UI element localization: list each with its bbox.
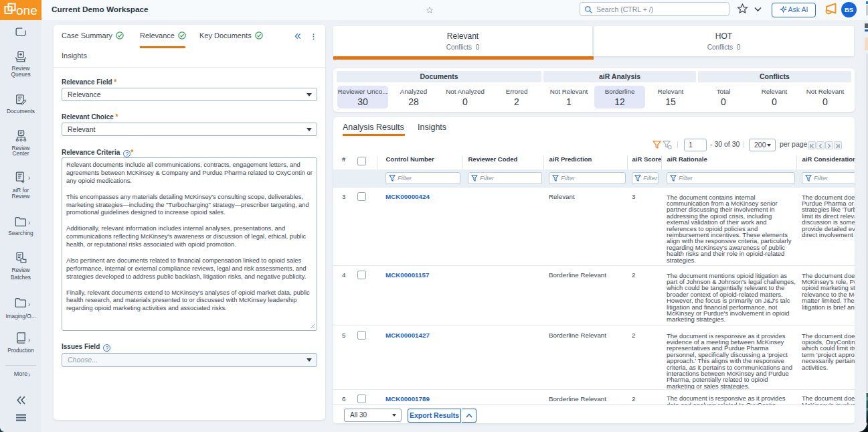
svg-text:one: one: [16, 3, 37, 17]
